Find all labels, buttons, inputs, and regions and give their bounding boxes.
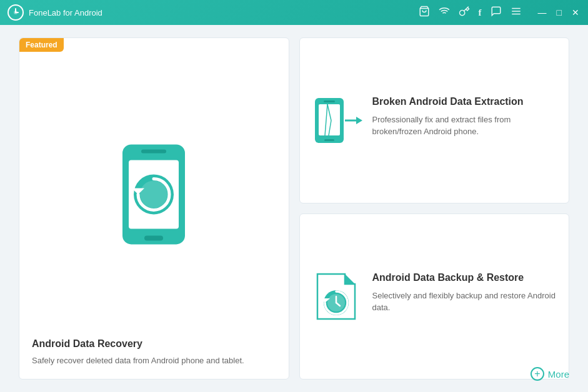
wifi-icon[interactable]	[439, 6, 450, 19]
svg-rect-9	[141, 149, 166, 153]
broken-extraction-content: Broken Android Data Extraction Professio…	[312, 96, 557, 145]
titlebar-actions: f — □ ✕	[419, 6, 582, 19]
card-featured-text: Android Data Recovery Safely recover del…	[32, 332, 244, 367]
backup-restore-title: Android Data Backup & Restore	[372, 272, 557, 285]
maximize-button[interactable]: □	[554, 6, 564, 19]
chat-icon[interactable]	[491, 6, 502, 19]
backup-restore-description: Selectively and flexibly backup and rest…	[372, 290, 557, 314]
broken-extraction-title: Broken Android Data Extraction	[372, 96, 557, 109]
minimize-button[interactable]: —	[536, 6, 549, 19]
svg-rect-19	[324, 100, 335, 102]
facebook-icon[interactable]: f	[479, 7, 482, 18]
titlebar: FoneLab for Android f	[0, 0, 588, 25]
broken-extraction-description: Professionally fix and extract files fro…	[372, 114, 557, 138]
main-content: Featured Android Data R	[0, 25, 588, 392]
backup-restore-text: Android Data Backup & Restore Selectivel…	[372, 272, 557, 314]
svg-point-12	[140, 180, 167, 208]
close-button[interactable]: ✕	[569, 6, 582, 19]
logo-icon	[7, 4, 24, 21]
backup-restore-content: Android Data Backup & Restore Selectivel…	[312, 272, 557, 321]
card-broken-extraction[interactable]: Broken Android Data Extraction Professio…	[299, 37, 570, 203]
card-featured-title: Android Data Recovery	[32, 338, 244, 350]
more-label: More	[548, 369, 569, 380]
card-android-recovery[interactable]: Featured Android Data R	[19, 37, 289, 380]
menu-icon[interactable]	[511, 6, 522, 19]
broken-extraction-icon	[312, 96, 362, 145]
app-logo: FoneLab for Android	[7, 4, 102, 21]
svg-rect-10	[144, 235, 163, 240]
card-featured-description: Safely recover deleted data from Android…	[32, 355, 244, 367]
window-controls: — □ ✕	[536, 6, 582, 19]
broken-extraction-text: Broken Android Data Extraction Professio…	[372, 96, 557, 138]
svg-rect-20	[324, 139, 334, 141]
backup-restore-icon	[312, 272, 362, 321]
more-circle-icon: +	[531, 367, 544, 381]
app-title: FoneLab for Android	[29, 8, 102, 17]
card-backup-restore[interactable]: Android Data Backup & Restore Selectivel…	[299, 213, 570, 380]
svg-marker-22	[356, 117, 362, 124]
svg-point-1	[14, 11, 17, 14]
featured-badge: Featured	[19, 38, 64, 52]
key-icon[interactable]	[459, 6, 470, 19]
recovery-illustration	[91, 125, 216, 253]
cart-icon[interactable]	[419, 6, 430, 19]
more-button[interactable]: + More	[531, 367, 569, 381]
